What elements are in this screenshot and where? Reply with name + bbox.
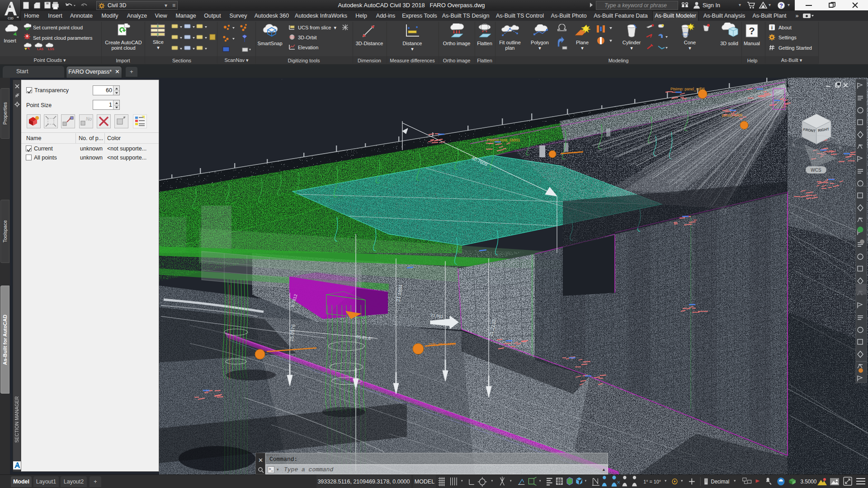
svg-text:LSS: LSS: [48, 47, 54, 51]
svg-text:CHK_REF_1289: CHK_REF_1289: [429, 342, 456, 346]
svg-text:i: i: [771, 25, 773, 30]
svg-text:C3D: C3D: [8, 17, 14, 20]
svg-text:E: E: [839, 145, 842, 150]
svg-text:LAS: LAS: [37, 47, 43, 51]
svg-text:No: No: [86, 117, 92, 122]
svg-text:S: S: [792, 143, 795, 147]
svg-text:PtsImp: panel_ref06: PtsImp: panel_ref06: [670, 87, 705, 91]
svg-text:?: ?: [749, 25, 755, 37]
svg-text:1° = 10°: 1° = 10°: [643, 479, 661, 484]
svg-text:Decimal: Decimal: [711, 479, 730, 484]
svg-text:PtsImp post_16001: PtsImp post_16001: [487, 138, 520, 142]
svg-text:WCS: WCS: [811, 168, 821, 173]
svg-text:3.5000: 3.5000: [801, 479, 817, 485]
